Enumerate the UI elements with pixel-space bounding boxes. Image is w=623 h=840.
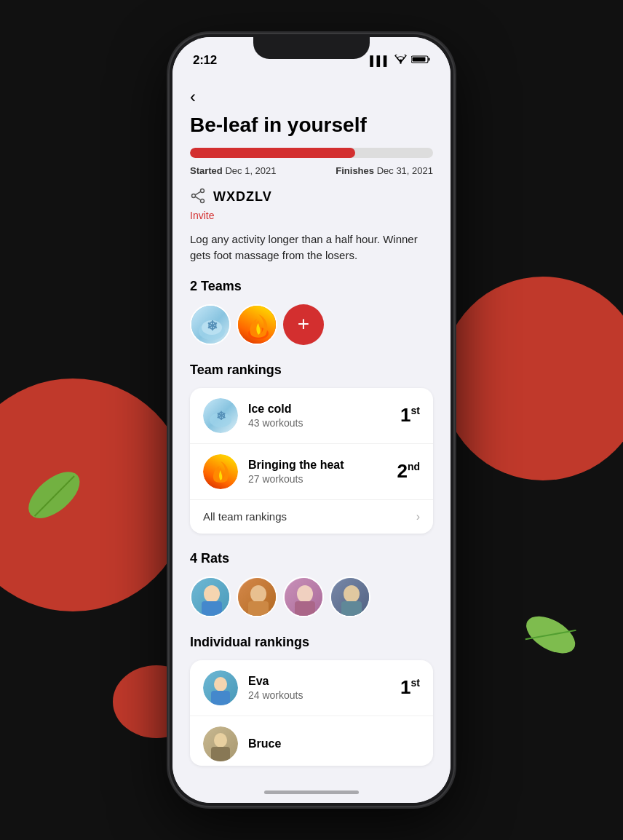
- svg-point-33: [344, 585, 360, 603]
- svg-rect-34: [341, 601, 362, 617]
- phone-content[interactable]: ‹ Be-leaf in yourself Started Dec 1, 202…: [172, 74, 451, 803]
- rat-avatar-1[interactable]: [190, 576, 231, 617]
- individual-ranking-row-1[interactable]: Eva 24 workouts 1st: [190, 660, 433, 716]
- individual-workouts-eva: 24 workouts: [248, 689, 400, 701]
- team-rank-position-2: 2nd: [397, 460, 420, 483]
- start-date: Started Dec 1, 2021: [190, 165, 277, 176]
- individual-rank-position-eva: 1st: [400, 676, 420, 699]
- individual-name-eva: Eva: [248, 675, 400, 688]
- team-avatar-ice-rank: ❄: [203, 398, 238, 433]
- finish-date: Finishes Dec 31, 2021: [336, 165, 433, 176]
- svg-point-39: [214, 733, 227, 748]
- svg-line-11: [195, 191, 201, 195]
- team-workouts-1: 43 workouts: [248, 417, 400, 429]
- svg-rect-31: [295, 601, 315, 617]
- wifi-icon: [394, 55, 407, 66]
- invite-row: WXDZLV: [190, 188, 433, 207]
- rat-avatar-4[interactable]: [330, 576, 370, 617]
- team-avatars-row: ❄: [190, 304, 433, 345]
- rats-avatars-row: [190, 576, 433, 617]
- leaf-right-decoration: [517, 609, 584, 665]
- all-rankings-row[interactable]: All team rankings ›: [190, 500, 433, 534]
- status-icons: ▌▌▌: [370, 55, 430, 66]
- progress-bar-container: [190, 148, 433, 158]
- team-avatar-fire-rank: [203, 454, 238, 489]
- individual-ranking-row-2[interactable]: Bruce: [190, 716, 433, 766]
- svg-point-8: [201, 189, 205, 192]
- team-rank-info-2: Bringing the heat 27 workouts: [248, 459, 397, 485]
- svg-point-24: [204, 585, 220, 603]
- challenge-description: Log any activity longer than a half hour…: [190, 231, 433, 264]
- svg-point-30: [297, 585, 313, 603]
- scene: 2:12 ▌▌▌: [0, 0, 623, 840]
- individual-rankings-section-title: Individual rankings: [190, 635, 433, 650]
- phone-frame: 2:12 ▌▌▌: [170, 34, 453, 806]
- individual-rankings-card: Eva 24 workouts 1st: [190, 660, 433, 766]
- svg-rect-40: [211, 747, 230, 761]
- team-rank-info-1: Ice cold 43 workouts: [248, 403, 400, 429]
- teams-section-title: 2 Teams: [190, 279, 433, 294]
- share-icon[interactable]: [190, 188, 206, 207]
- rats-section-title: 4 Rats: [190, 551, 433, 566]
- home-indicator[interactable]: [264, 791, 359, 794]
- svg-point-27: [250, 585, 266, 603]
- team-workouts-2: 27 workouts: [248, 473, 397, 485]
- invite-link[interactable]: Invite: [190, 210, 433, 221]
- all-rankings-label: All team rankings: [203, 510, 287, 523]
- notch: [253, 37, 370, 59]
- team-avatar-fire[interactable]: [237, 304, 277, 345]
- plus-icon: +: [298, 314, 309, 334]
- svg-rect-37: [211, 691, 230, 705]
- svg-rect-28: [248, 601, 269, 617]
- progress-bar-fill: [190, 148, 355, 158]
- team-ranking-row-1[interactable]: ❄ Ice cold 43 workouts 1st: [190, 388, 433, 444]
- back-button[interactable]: ‹: [172, 81, 213, 113]
- svg-rect-7: [429, 58, 430, 61]
- add-team-button[interactable]: +: [283, 304, 324, 345]
- dates-row: Started Dec 1, 2021 Finishes Dec 31, 202…: [190, 165, 433, 176]
- svg-point-10: [192, 194, 196, 197]
- signal-icon: ▌▌▌: [370, 55, 390, 66]
- rat-avatar-2[interactable]: [237, 576, 277, 617]
- team-name-2: Bringing the heat: [248, 459, 397, 472]
- svg-text:❄: ❄: [207, 319, 218, 333]
- battery-icon: [411, 55, 430, 66]
- svg-line-12: [195, 197, 201, 200]
- svg-point-9: [201, 199, 205, 202]
- status-time: 2:12: [193, 53, 217, 68]
- individual-avatar-eva: [203, 670, 238, 705]
- svg-rect-6: [413, 58, 426, 62]
- individual-rank-info-bruce: Bruce: [248, 737, 420, 750]
- team-rankings-section-title: Team rankings: [190, 362, 433, 378]
- team-ranking-row-2[interactable]: Bringing the heat 27 workouts 2nd: [190, 444, 433, 500]
- rat-avatar-3[interactable]: [283, 576, 324, 617]
- svg-point-36: [214, 677, 227, 692]
- svg-point-4: [400, 62, 401, 63]
- svg-text:❄: ❄: [216, 410, 226, 422]
- team-rankings-card: ❄ Ice cold 43 workouts 1st: [190, 388, 433, 534]
- invite-code: WXDZLV: [213, 189, 272, 205]
- individual-rank-info-eva: Eva 24 workouts: [248, 675, 400, 701]
- team-rank-position-1: 1st: [400, 404, 420, 427]
- chevron-right-icon: ›: [416, 510, 420, 523]
- team-avatar-ice[interactable]: ❄: [190, 304, 231, 345]
- individual-avatar-bruce: [203, 726, 238, 761]
- challenge-title: Be-leaf in yourself: [190, 113, 433, 138]
- individual-name-bruce: Bruce: [248, 737, 420, 750]
- phone-screen: 2:12 ▌▌▌: [172, 37, 451, 803]
- svg-rect-25: [202, 601, 222, 617]
- team-name-1: Ice cold: [248, 403, 400, 416]
- bg-decoration-right: [441, 277, 623, 480]
